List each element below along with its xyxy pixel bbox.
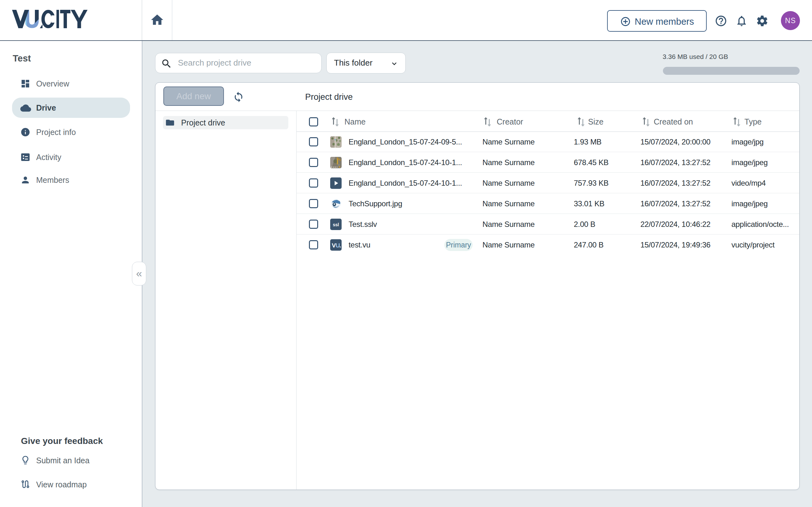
svg-text:ssl: ssl	[333, 222, 339, 227]
svg-text:U: U	[336, 242, 340, 249]
